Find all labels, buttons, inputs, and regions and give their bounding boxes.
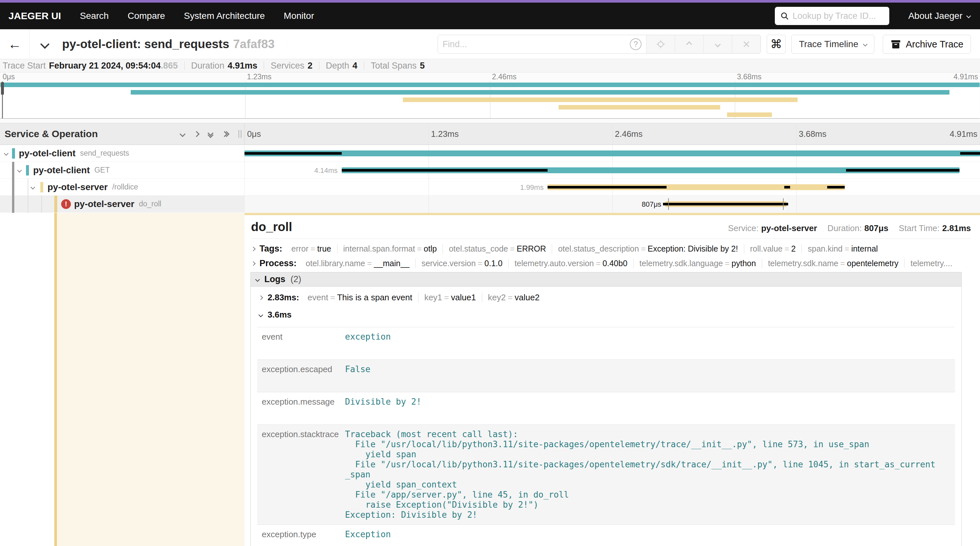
logs-section-header[interactable]: Logs (2) (251, 272, 961, 287)
minimap-span-bar (403, 97, 798, 102)
span-color-topbar (245, 213, 980, 215)
span-log-marker (783, 198, 784, 210)
app-logo[interactable]: JAEGER UI (8, 10, 61, 21)
find-placeholder: Find... (442, 39, 630, 49)
critical-path-segment (784, 186, 790, 189)
gridline (612, 123, 612, 144)
depth-value: 4 (352, 61, 357, 71)
about-jaeger-menu[interactable]: About Jaeger (908, 11, 970, 21)
tags-label: Tags: (259, 244, 282, 254)
search-icon (780, 11, 789, 21)
divider (319, 62, 319, 70)
service-operation-title: Service & Operation (5, 129, 98, 140)
back-button[interactable]: ← (0, 29, 30, 59)
log-field: key1=value1 (418, 292, 482, 303)
minimap-tick: 2.46ms (492, 73, 516, 81)
log-timestamp: 2.83ms: (267, 292, 299, 303)
find-input[interactable]: Find... ? (438, 35, 646, 53)
archive-trace-button[interactable]: Archive Trace (883, 35, 971, 54)
help-icon[interactable]: ? (630, 38, 641, 50)
service-operation-header: Service & Operation (0, 123, 245, 144)
gridline (428, 196, 429, 212)
span-color-accent (54, 196, 57, 213)
chevron-right-icon (251, 246, 256, 251)
window-accent-strip (0, 0, 980, 3)
tree-expander-icon[interactable] (31, 184, 35, 190)
span-row-get[interactable]: py-otel-client GET 4.14ms (0, 162, 980, 179)
field-value: Traceback (most recent call last): File … (345, 425, 935, 525)
process-row[interactable]: Process: otel.library.name=__main__ serv… (252, 259, 971, 268)
trace-start-label: Trace Start (3, 61, 46, 71)
span-row-rolldice[interactable]: py-otel-server /rolldice 1.99ms (0, 179, 980, 196)
span-duration-label: 4.14ms (314, 167, 337, 175)
span-timeline-cell[interactable] (245, 145, 980, 162)
log-entry-collapsed[interactable]: 2.83ms: event=This is a span event key1=… (251, 292, 961, 303)
collapse-one-icon[interactable] (180, 132, 185, 136)
logs-count: (2) (291, 274, 301, 284)
trace-collapse-toggle[interactable] (33, 41, 56, 48)
chevron-down-icon (715, 41, 721, 47)
trace-minimap: 0μs 1.23ms 2.46ms 3.68ms 4.91ms (0, 73, 980, 123)
minimap-drag-handle[interactable] (1, 82, 4, 95)
column-resize-grip[interactable] (238, 130, 242, 138)
trace-header-controls: Find... ? ✕ ⌘ Trace Timeline Archive Tra… (438, 35, 971, 54)
span-row-do-roll[interactable]: ! py-otel-server do_roll 807μs (0, 196, 980, 213)
field-key: exception.escaped (257, 360, 345, 392)
span-tree-cell: ! py-otel-server do_roll (0, 196, 245, 212)
duration-value: 807μs (864, 223, 888, 233)
find-next-button[interactable] (703, 35, 732, 53)
tag-item: error=true (285, 244, 337, 254)
expand-all-icon[interactable] (223, 132, 229, 136)
services-value: 2 (308, 61, 312, 71)
tree-expander-icon[interactable] (5, 151, 8, 156)
gridline (796, 123, 797, 144)
trace-id-lookup-placeholder: Lookup by Trace ID... (792, 11, 876, 21)
nav-item-monitor[interactable]: Monitor (284, 11, 314, 21)
error-icon: ! (61, 199, 71, 209)
field-value: Divisible by 2! (345, 392, 422, 424)
axis-tick: 0μs (247, 129, 261, 139)
chevron-right-icon (251, 261, 256, 265)
gridline (428, 123, 429, 144)
trace-title: py-otel-client: send_requests7afaf83 (62, 37, 275, 51)
trace-header: ← py-otel-client: send_requests7afaf83 F… (0, 29, 980, 59)
span-color-accent (54, 213, 57, 546)
table-row: exception.message Divisible by 2! (257, 392, 955, 425)
expand-one-icon[interactable] (194, 132, 199, 136)
process-item: telemetry.sdk.name=opentelemetry (762, 259, 905, 268)
log-entry-expanded[interactable]: 3.6ms (251, 310, 961, 320)
chevron-right-icon (258, 295, 263, 300)
chevron-down-icon (966, 14, 971, 18)
span-timeline-cell[interactable]: 4.14ms (245, 162, 980, 178)
trace-id-lookup-input[interactable]: Lookup by Trace ID... (775, 7, 889, 25)
field-key: exception.type (257, 525, 345, 546)
find-clear-button[interactable]: ✕ (732, 35, 760, 53)
minimap-tick: 0μs (3, 73, 15, 81)
start-time-value: 2.81ms (942, 223, 971, 233)
process-item: otel.library.name=__main__ (300, 259, 415, 268)
table-row: event exception (257, 327, 955, 360)
trace-view-selector[interactable]: Trace Timeline (791, 35, 874, 54)
span-operation-name: GET (94, 166, 110, 175)
span-timeline-cell[interactable]: 1.99ms (245, 179, 980, 195)
critical-path-segment (663, 203, 788, 205)
keyboard-shortcuts-button[interactable]: ⌘ (767, 35, 786, 54)
trace-info-bar: Trace Start February 21 2024, 09:54:04.8… (0, 59, 980, 73)
tree-expander-icon[interactable] (18, 167, 21, 173)
axis-tick: 1.23ms (431, 129, 459, 139)
nav-item-compare[interactable]: Compare (127, 11, 165, 21)
about-jaeger-label: About Jaeger (908, 11, 963, 21)
span-timeline-cell[interactable]: 807μs (245, 196, 980, 212)
span-row-send-requests[interactable]: py-otel-client send_requests (0, 145, 980, 162)
field-key: event (257, 327, 345, 359)
nav-item-search[interactable]: Search (80, 11, 109, 21)
minimap-canvas[interactable] (0, 81, 980, 119)
span-bar[interactable] (245, 151, 980, 156)
logs-section: Logs (2) 2.83ms: event=This is a span ev… (250, 272, 962, 546)
collapse-all-icon[interactable] (208, 131, 213, 137)
duration-label: Duration: (827, 223, 862, 233)
tags-row[interactable]: Tags: error=true internal.span.format=ot… (252, 244, 971, 254)
find-prev-button[interactable] (675, 35, 703, 53)
nav-item-system-architecture[interactable]: System Architecture (184, 11, 265, 21)
focus-span-button[interactable] (646, 35, 675, 53)
